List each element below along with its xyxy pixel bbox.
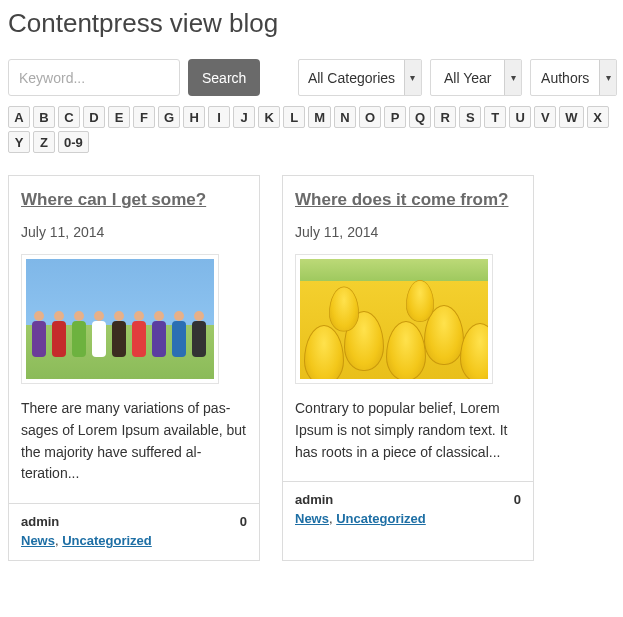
alpha-button-d[interactable]: D xyxy=(83,106,105,128)
alpha-button-w[interactable]: W xyxy=(559,106,583,128)
year-select-label: All Year xyxy=(431,70,504,86)
post-author: admin xyxy=(295,492,333,507)
alpha-button-y[interactable]: Y xyxy=(8,131,30,153)
alpha-button-e[interactable]: E xyxy=(108,106,130,128)
search-button[interactable]: Search xyxy=(188,59,260,96)
post-meta: admin0News, Uncategorized xyxy=(9,503,259,560)
alpha-button-j[interactable]: J xyxy=(233,106,255,128)
page-title: Contentpress view blog xyxy=(6,8,617,39)
alpha-button-p[interactable]: P xyxy=(384,106,406,128)
alpha-button-i[interactable]: I xyxy=(208,106,230,128)
post-date: July 11, 2014 xyxy=(295,224,521,240)
category-link[interactable]: News xyxy=(295,511,329,526)
chevron-down-icon[interactable]: ▾ xyxy=(599,60,616,95)
post-date: July 11, 2014 xyxy=(21,224,247,240)
chevron-down-icon[interactable]: ▾ xyxy=(404,60,421,95)
alpha-button-s[interactable]: S xyxy=(459,106,481,128)
post-excerpt: There are many variations of pas­sages o… xyxy=(21,398,247,485)
categories-select-label: All Categories xyxy=(299,70,404,86)
alpha-button-k[interactable]: K xyxy=(258,106,280,128)
authors-select[interactable]: Authors ▾ xyxy=(530,59,617,96)
alpha-button-n[interactable]: N xyxy=(334,106,356,128)
chevron-down-icon[interactable]: ▾ xyxy=(504,60,521,95)
post-meta: admin0News, Uncategorized xyxy=(283,481,533,538)
authors-select-label: Authors xyxy=(531,70,599,86)
alpha-button-l[interactable]: L xyxy=(283,106,305,128)
post-thumbnail[interactable] xyxy=(21,254,219,384)
category-link[interactable]: Uncategorized xyxy=(336,511,426,526)
alpha-button-f[interactable]: F xyxy=(133,106,155,128)
alpha-button-q[interactable]: Q xyxy=(409,106,431,128)
alpha-button-g[interactable]: G xyxy=(158,106,180,128)
alpha-button-0-9[interactable]: 0-9 xyxy=(58,131,89,153)
filter-bar: Search All Categories ▾ All Year ▾ Autho… xyxy=(8,59,617,96)
post-comment-count: 0 xyxy=(240,514,247,529)
post-thumbnail[interactable] xyxy=(295,254,493,384)
alpha-button-r[interactable]: R xyxy=(434,106,456,128)
post-card: Where can I get some?July 11, 2014There … xyxy=(8,175,260,561)
post-excerpt: Contrary to popular belief, Lorem Ipsum … xyxy=(295,398,521,463)
post-categories: News, Uncategorized xyxy=(21,533,247,548)
post-categories: News, Uncategorized xyxy=(295,511,521,526)
year-select[interactable]: All Year ▾ xyxy=(430,59,522,96)
alpha-button-m[interactable]: M xyxy=(308,106,331,128)
post-card: Where does it come from?July 11, 2014Con… xyxy=(282,175,534,561)
categories-select[interactable]: All Categories ▾ xyxy=(298,59,422,96)
alpha-button-o[interactable]: O xyxy=(359,106,381,128)
category-link[interactable]: News xyxy=(21,533,55,548)
alpha-button-u[interactable]: U xyxy=(509,106,531,128)
alpha-button-v[interactable]: V xyxy=(534,106,556,128)
post-title-link[interactable]: Where does it come from? xyxy=(295,190,521,210)
alpha-button-a[interactable]: A xyxy=(8,106,30,128)
post-title-link[interactable]: Where can I get some? xyxy=(21,190,247,210)
alpha-button-z[interactable]: Z xyxy=(33,131,55,153)
post-author: admin xyxy=(21,514,59,529)
alpha-button-x[interactable]: X xyxy=(587,106,609,128)
alpha-button-b[interactable]: B xyxy=(33,106,55,128)
search-input[interactable] xyxy=(8,59,180,96)
posts-grid: Where can I get some?July 11, 2014There … xyxy=(8,175,617,561)
post-comment-count: 0 xyxy=(514,492,521,507)
category-link[interactable]: Uncategorized xyxy=(62,533,152,548)
alpha-button-t[interactable]: T xyxy=(484,106,506,128)
alpha-button-c[interactable]: C xyxy=(58,106,80,128)
alpha-filter: ABCDEFGHIJKLMNOPQRSTUVWXYZ0-9 xyxy=(8,106,617,153)
alpha-button-h[interactable]: H xyxy=(183,106,205,128)
